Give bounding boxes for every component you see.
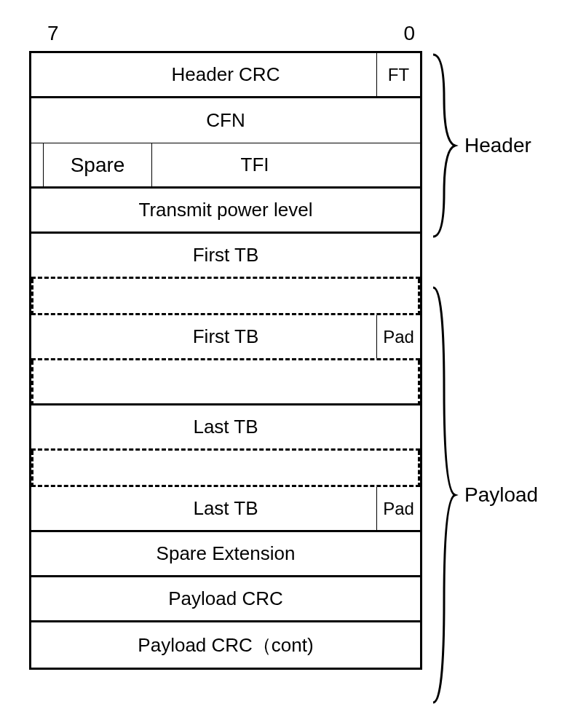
row-last-tb: Last TB bbox=[31, 405, 420, 451]
pad1-cell: Pad bbox=[376, 315, 420, 358]
pad2-label: Pad bbox=[383, 499, 414, 519]
row-spare-tfi: Spare TFI bbox=[31, 143, 420, 189]
pad1-label: Pad bbox=[383, 327, 414, 347]
brace-icon bbox=[430, 284, 459, 706]
header-crc-label: Header CRC bbox=[172, 63, 280, 86]
ft-label: FT bbox=[388, 65, 409, 85]
data-frame: Header CRC FT CFN Spare TFI Transmit pow… bbox=[29, 51, 422, 670]
payload-brace: Payload bbox=[430, 284, 538, 706]
ft-cell: FT bbox=[376, 53, 420, 96]
row-first-tb: First TB bbox=[31, 234, 420, 279]
header-brace: Header bbox=[430, 51, 531, 240]
tfi-label: TFI bbox=[241, 154, 269, 176]
payload-crc-cont-label: Payload CRC（cont) bbox=[138, 633, 313, 658]
brace-icon bbox=[430, 51, 459, 240]
bit-labels: 7 0 bbox=[29, 22, 422, 51]
row-tx-power: Transmit power level bbox=[31, 189, 420, 234]
gap-3 bbox=[31, 451, 420, 487]
row-header-crc: Header CRC FT bbox=[31, 53, 420, 98]
bit-msb-label: 7 bbox=[47, 22, 59, 45]
row-payload-crc-cont: Payload CRC（cont) bbox=[31, 622, 420, 668]
last-tb-label: Last TB bbox=[193, 416, 258, 438]
frame-diagram: 7 0 Header CRC FT CFN Spare TFI Transmit… bbox=[22, 22, 546, 706]
header-section-label: Header bbox=[464, 134, 531, 157]
spare-cell: Spare bbox=[43, 143, 152, 186]
tx-power-label: Transmit power level bbox=[139, 199, 313, 221]
pad2-cell: Pad bbox=[376, 487, 420, 530]
spare-ext-label: Spare Extension bbox=[157, 542, 296, 565]
row-cfn: CFN bbox=[31, 98, 420, 143]
first-tb2-label: First TB bbox=[193, 325, 259, 348]
row-payload-crc: Payload CRC bbox=[31, 577, 420, 622]
cfn-label: CFN bbox=[206, 109, 245, 132]
gap-2 bbox=[31, 360, 420, 405]
bit-lsb-label: 0 bbox=[403, 22, 415, 45]
row-spare-ext: Spare Extension bbox=[31, 532, 420, 577]
first-tb-label: First TB bbox=[193, 244, 259, 266]
spare-label: Spare bbox=[71, 154, 125, 177]
row-first-tb-pad: First TB Pad bbox=[31, 315, 420, 360]
row-last-tb-pad: Last TB Pad bbox=[31, 487, 420, 532]
gap-1 bbox=[31, 279, 420, 315]
payload-section-label: Payload bbox=[464, 483, 538, 507]
last-tb2-label: Last TB bbox=[193, 497, 258, 520]
payload-crc-label: Payload CRC bbox=[168, 587, 283, 610]
